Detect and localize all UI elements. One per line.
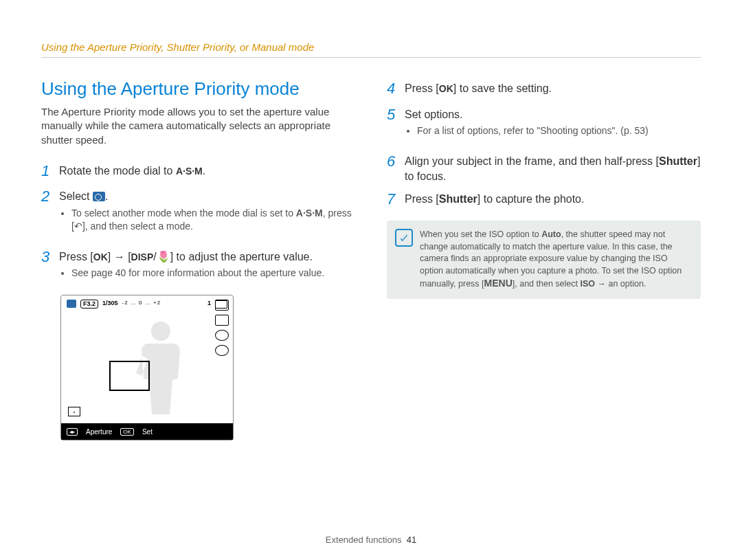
stabilizer-icon bbox=[215, 345, 229, 356]
step-sub: To select another mode when the mode dia… bbox=[71, 207, 355, 233]
shutter-label: Shutter bbox=[659, 155, 697, 167]
shutter-speed: 1/305 bbox=[102, 300, 118, 309]
step-number: 2 bbox=[41, 186, 59, 240]
disp-icon: DISP bbox=[131, 251, 154, 262]
step-text: Align your subject in the frame, and the… bbox=[405, 151, 701, 183]
step-text: Set options. bbox=[405, 109, 463, 120]
step-6: 6 Align your subject in the frame, and t… bbox=[387, 151, 701, 183]
ok-icon: OK bbox=[93, 251, 108, 262]
page-title: Using the Aperture Priority mode bbox=[41, 78, 355, 100]
page-number: 41 bbox=[407, 535, 416, 545]
footer-section: Extended functions bbox=[326, 535, 402, 545]
step-text: Press [OK] to save the setting. bbox=[405, 78, 701, 99]
step-number: 1 bbox=[41, 161, 59, 181]
asm-mode-icon: A·S·M bbox=[176, 166, 203, 177]
step-text: Select bbox=[59, 190, 93, 202]
breadcrumb: Using the Aperture Priority, Shutter Pri… bbox=[41, 41, 701, 58]
focus-rectangle bbox=[109, 361, 150, 391]
step-7: 7 Press [Shutter] to capture the photo. bbox=[387, 189, 701, 210]
step-text: Press [Shutter] to capture the photo. bbox=[405, 189, 701, 210]
step-sub: See page 40 for more information about t… bbox=[71, 267, 355, 280]
intro-text: The Aperture Priority mode allows you to… bbox=[41, 105, 355, 147]
lcd-bottom-bar: ◂▸ Aperture OK Set bbox=[61, 423, 233, 440]
step-number: 6 bbox=[387, 151, 405, 183]
step-trail: . bbox=[203, 165, 205, 177]
mode-indicator-icon bbox=[67, 300, 76, 308]
note-icon bbox=[395, 229, 413, 247]
bottom-label-left: Aperture bbox=[86, 428, 112, 436]
info-note: When you set the ISO option to Auto, the… bbox=[387, 221, 701, 299]
step-2: 2 Select . To select another mode when t… bbox=[41, 186, 355, 240]
step-4: 4 Press [OK] to save the setting. bbox=[387, 78, 701, 99]
quality-icon bbox=[215, 315, 229, 326]
page-footer: Extended functions 41 bbox=[0, 535, 742, 545]
back-icon: ↶ bbox=[74, 221, 82, 232]
ev-scale: -2 … 0 … +2 bbox=[122, 300, 161, 309]
aperture-mode-icon bbox=[93, 192, 105, 201]
step-number: 5 bbox=[387, 104, 405, 146]
menu-icon: MENU bbox=[484, 278, 513, 289]
note-text: When you set the ISO option to Auto, the… bbox=[420, 229, 682, 289]
flash-icon bbox=[215, 330, 229, 341]
shutter-label: Shutter bbox=[439, 193, 477, 205]
step-trail: . bbox=[105, 190, 108, 202]
step-number: 4 bbox=[387, 78, 405, 99]
macro-icon: 🌷 bbox=[157, 251, 170, 262]
ok-button-icon: OK bbox=[120, 428, 134, 436]
step-3: 3 Press [OK] → [DISP/🌷] to adjust the ap… bbox=[41, 247, 355, 288]
f-value: F3.2 bbox=[80, 300, 98, 309]
ok-icon: OK bbox=[439, 83, 453, 94]
nav-arrows-icon: ◂▸ bbox=[67, 428, 78, 436]
step-text: Rotate the mode dial to bbox=[59, 165, 176, 177]
image-size-icon bbox=[215, 300, 229, 311]
asm-mode-icon: A·S·M bbox=[296, 208, 323, 219]
metering-icon: • bbox=[68, 407, 80, 416]
step-number: 7 bbox=[387, 189, 405, 210]
step-1: 1 Rotate the mode dial to A·S·M. bbox=[41, 161, 355, 181]
bottom-label-right: Set bbox=[142, 428, 153, 436]
step-5: 5 Set options. For a list of options, re… bbox=[387, 104, 701, 146]
step-number: 3 bbox=[41, 247, 59, 288]
step-text: Press [OK] → [DISP/🌷] to adjust the aper… bbox=[59, 251, 313, 262]
step-sub: For a list of options, refer to "Shootin… bbox=[417, 124, 701, 137]
camera-lcd-preview: F3.2 1/305 -2 … 0 … +2 1 • bbox=[60, 295, 234, 440]
shots-remaining: 1 bbox=[207, 300, 211, 309]
